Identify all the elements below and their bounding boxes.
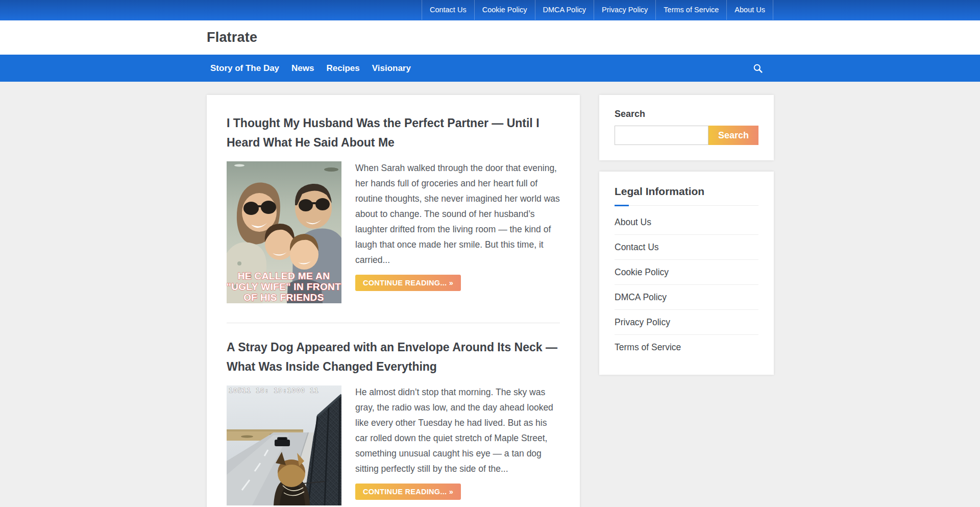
legal-link-about-us[interactable]: About Us xyxy=(615,210,758,234)
article-thumbnail-link[interactable]: HE CALLED ME AN "UGLY WIFE" IN FRONT OF … xyxy=(227,161,341,303)
legal-information-widget: Legal Information About Us Contact Us Co… xyxy=(599,172,774,375)
legal-widget-title: Legal Information xyxy=(615,185,758,206)
image-caption-line-1: HE CALLED ME AN xyxy=(238,271,330,281)
posts-card: I Thought My Husband Was the Perfect Par… xyxy=(207,95,580,507)
main-navbar: Story of The Day News Recipes Visionary xyxy=(0,55,980,82)
article-stray-dog: A Stray Dog Appeared with an Envelope Ar… xyxy=(227,337,560,507)
topbar: Contact Us Cookie Policy DMCA Policy Pri… xyxy=(0,0,980,20)
page-content: I Thought My Husband Was the Perfect Par… xyxy=(207,95,773,507)
family-beach-selfie-image: HE CALLED ME AN "UGLY WIFE" IN FRONT OF … xyxy=(227,161,341,303)
list-item: Privacy Policy xyxy=(615,310,758,335)
article-body: HE CALLED ME AN "UGLY WIFE" IN FRONT OF … xyxy=(227,160,560,307)
search-icon xyxy=(753,63,763,74)
nav-link-story-of-the-day[interactable]: Story of The Day xyxy=(207,55,285,82)
article-title-link[interactable]: A Stray Dog Appeared with an Envelope Ar… xyxy=(227,337,560,376)
main-navbar-inner: Story of The Day News Recipes Visionary xyxy=(207,55,773,82)
legal-link-contact-us[interactable]: Contact Us xyxy=(615,235,758,259)
legal-link-privacy-policy[interactable]: Privacy Policy xyxy=(615,310,758,334)
search-widget: Search Search xyxy=(599,95,774,160)
topbar-link-contact-us[interactable]: Contact Us xyxy=(422,0,474,20)
continue-reading-button[interactable]: CONTINUE READING... » xyxy=(355,484,461,500)
topbar-link-privacy-policy[interactable]: Privacy Policy xyxy=(594,0,655,20)
sidebar: Search Search Legal Information About Us… xyxy=(599,95,774,375)
search-toggle-button[interactable] xyxy=(748,58,768,79)
search-widget-title: Search xyxy=(615,109,758,119)
site-header-inner: Flatrate xyxy=(207,20,773,55)
topbar-link-dmca-policy[interactable]: DMCA Policy xyxy=(535,0,594,20)
continue-reading-button[interactable]: CONTINUE READING... » xyxy=(355,275,461,291)
search-input[interactable] xyxy=(615,126,708,145)
nav-link-recipes[interactable]: Recipes xyxy=(321,55,366,82)
highway-dashcam-dog-image: 10511 18: 19:1000 11 xyxy=(227,385,341,505)
article-title-link[interactable]: I Thought My Husband Was the Perfect Par… xyxy=(227,113,560,152)
list-item: About Us xyxy=(615,210,758,235)
list-item: DMCA Policy xyxy=(615,285,758,310)
legal-links-list: About Us Contact Us Cookie Policy DMCA P… xyxy=(615,210,758,359)
site-logo[interactable]: Flatrate xyxy=(207,30,257,45)
legal-link-terms-of-service[interactable]: Terms of Service xyxy=(615,335,758,359)
list-item: Contact Us xyxy=(615,235,758,260)
topbar-link-about-us[interactable]: About Us xyxy=(726,0,773,20)
nav-link-visionary[interactable]: Visionary xyxy=(366,55,417,82)
image-caption-line-3: OF HIS FRIENDS xyxy=(243,292,324,303)
sidebar-search-button[interactable]: Search xyxy=(708,126,758,145)
nav-link-news[interactable]: News xyxy=(285,55,320,82)
dashcam-timestamp-overlay: 10511 18: 19:1000 11 xyxy=(229,387,319,394)
article-separator xyxy=(227,323,560,323)
topbar-link-terms-of-service[interactable]: Terms of Service xyxy=(655,0,726,20)
legal-link-cookie-policy[interactable]: Cookie Policy xyxy=(615,260,758,284)
search-form: Search xyxy=(615,126,758,145)
site-header: Flatrate xyxy=(0,20,980,55)
legal-link-dmca-policy[interactable]: DMCA Policy xyxy=(615,285,758,309)
topbar-link-cookie-policy[interactable]: Cookie Policy xyxy=(474,0,535,20)
topbar-menu: Contact Us Cookie Policy DMCA Policy Pri… xyxy=(207,0,773,20)
article-thumbnail-link[interactable]: 10511 18: 19:1000 11 xyxy=(227,385,341,505)
article-body: 10511 18: 19:1000 11 He almost didn’t st… xyxy=(227,384,560,507)
list-item: Terms of Service xyxy=(615,335,758,359)
list-item: Cookie Policy xyxy=(615,260,758,285)
article-husband-partner: I Thought My Husband Was the Perfect Par… xyxy=(227,113,560,307)
image-caption-line-2: "UGLY WIFE" IN FRONT xyxy=(227,281,341,292)
